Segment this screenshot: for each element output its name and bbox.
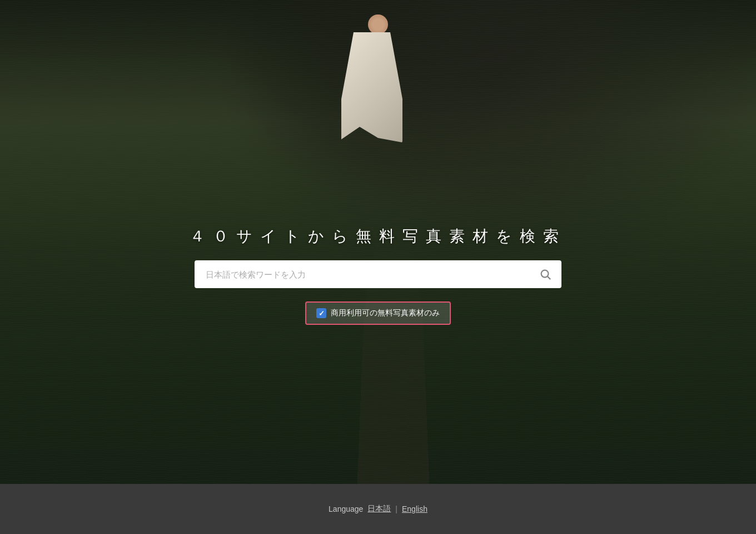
checkbox-checked-indicator: ✓ <box>316 308 326 318</box>
search-input[interactable] <box>195 261 529 288</box>
search-button[interactable] <box>529 260 561 288</box>
japanese-language-link[interactable]: 日本語 <box>367 504 391 514</box>
checkmark-icon: ✓ <box>319 310 325 317</box>
svg-line-1 <box>548 276 550 279</box>
search-icon <box>539 268 551 280</box>
hero-title: ４０サイトから無料写真素材を検索 <box>190 226 566 247</box>
language-label: Language <box>329 505 363 513</box>
hero-figure <box>334 14 422 248</box>
search-box <box>195 260 561 288</box>
commercial-use-checkbox-container[interactable]: ✓ 商用利用可の無料写真素材のみ <box>305 301 451 325</box>
hero-section: ４０サイトから無料写真素材を検索 ✓ 商用利用可の無料写真素材のみ <box>0 0 756 484</box>
checkbox-label: 商用利用可の無料写真素材のみ <box>331 308 440 318</box>
language-divider: | <box>395 505 397 513</box>
language-selector: Language 日本語 | English <box>329 504 427 514</box>
svg-point-0 <box>541 270 549 278</box>
footer: Language 日本語 | English <box>0 484 756 534</box>
english-language-link[interactable]: English <box>402 505 427 513</box>
hero-content: ４０サイトから無料写真素材を検索 ✓ 商用利用可の無料写真素材のみ <box>190 226 566 325</box>
